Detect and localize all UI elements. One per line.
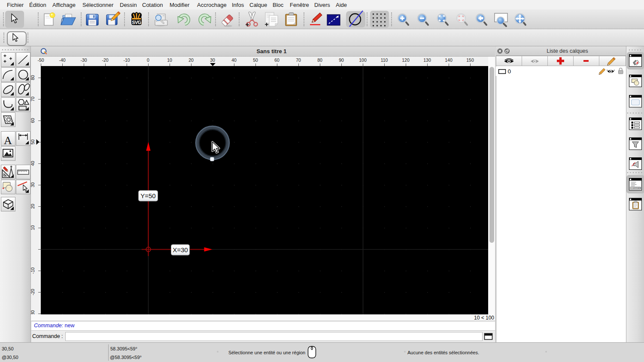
svg-text:-40: -40 [59, 57, 65, 63]
svg-text:90: 90 [339, 57, 344, 63]
svg-text:0: 0 [508, 68, 511, 75]
svg-text:70: 70 [296, 57, 301, 63]
svg-text:-10: -10 [123, 57, 130, 63]
svg-text:50: 50 [253, 57, 258, 63]
svg-text:Y=50: Y=50 [140, 192, 155, 199]
svg-text:0: 0 [147, 57, 149, 63]
svg-text:50: 50 [31, 139, 35, 145]
svg-text:120: 120 [402, 57, 410, 63]
svg-text:-30: -30 [80, 57, 87, 63]
svg-text:150: 150 [466, 57, 474, 63]
svg-text:20: 20 [31, 204, 35, 209]
svg-text:A: A [4, 134, 12, 147]
svg-text:SVG: SVG [132, 20, 141, 25]
svg-text:60: 60 [274, 57, 279, 63]
svg-text:60: 60 [31, 118, 35, 123]
svg-text:80: 80 [31, 75, 35, 80]
svg-text:130: 130 [423, 57, 431, 63]
svg-text:c command: c command [631, 187, 641, 189]
svg-text:X=30: X=30 [173, 246, 188, 253]
svg-text:40: 40 [231, 57, 237, 63]
svg-text:10: 10 [167, 57, 172, 63]
svg-text:20: 20 [188, 57, 194, 63]
svg-text:40: 40 [31, 161, 35, 166]
svg-text:70: 70 [31, 97, 35, 102]
svg-text:-20: -20 [31, 289, 35, 295]
svg-text:10: 10 [31, 225, 35, 230]
svg-text:80: 80 [317, 57, 322, 63]
svg-text:110: 110 [381, 57, 388, 63]
svg-text:100: 100 [359, 57, 367, 63]
svg-text:-30: -30 [31, 310, 35, 314]
svg-text:-10: -10 [31, 267, 35, 274]
svg-text:30: 30 [31, 182, 35, 187]
svg-text:140: 140 [445, 57, 453, 63]
svg-text:-20: -20 [102, 57, 108, 63]
svg-text:-50: -50 [37, 57, 44, 63]
svg-text:30: 30 [210, 57, 215, 63]
